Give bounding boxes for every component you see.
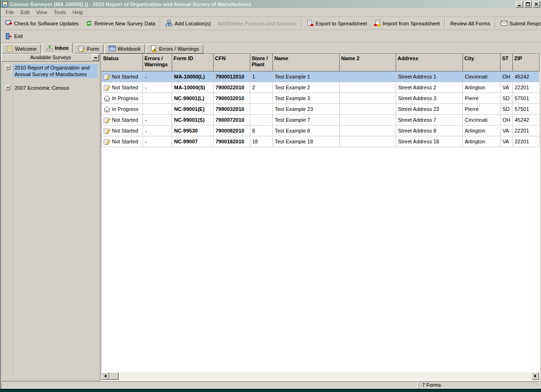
- column-header-address[interactable]: Address: [396, 55, 463, 71]
- cell-city: Pierre: [463, 104, 501, 115]
- survey-item-label[interactable]: 2007 Economic Census: [13, 84, 97, 92]
- toolbar-button-export-to-spreadsheet[interactable]: Export to Spreadsheet: [303, 18, 370, 29]
- cell-zip: 45242: [513, 71, 540, 82]
- exit-icon: [5, 33, 12, 40]
- table-header: StatusErrors / WarningsForm IDCFNStore /…: [102, 55, 540, 71]
- status-label: Not Started: [112, 139, 138, 144]
- tab-bar: WelcomeInboxFormWorkbookErrors / Warning…: [0, 42, 541, 54]
- menu-help[interactable]: Help: [69, 8, 87, 16]
- toolbar-button-label: Retrieve New Survey Data: [95, 21, 156, 26]
- cell-cfn: 7900012010: [214, 71, 250, 82]
- column-header-zip[interactable]: ZIP: [513, 55, 540, 71]
- toolbar-button-import-from-spreadsheet[interactable]: Import from Spreadsheet: [370, 18, 443, 29]
- exit-button[interactable]: Exit: [2, 31, 26, 42]
- menu-view[interactable]: View: [33, 8, 51, 16]
- column-header-cfn[interactable]: CFN: [214, 55, 250, 71]
- cell-zip: 57501: [513, 104, 540, 115]
- toolbar-button-review-all-forms[interactable]: Review All Forms: [447, 18, 493, 29]
- cell-name-2: [340, 93, 396, 104]
- forms-count: 7 Forms: [422, 382, 441, 388]
- window-title: Census Surveyor (MA-10000(L)) - 2010 Rep…: [10, 1, 515, 7]
- tab-welcome[interactable]: Welcome: [2, 44, 41, 54]
- cell-zip: 45242: [513, 115, 540, 125]
- status-cell: Not Started: [103, 127, 141, 134]
- surveys-panel-title: Available Surveys: [30, 55, 71, 60]
- cell-zip: 22201: [513, 125, 540, 136]
- cell-status: In Progress: [102, 104, 143, 115]
- close-button[interactable]: [533, 1, 540, 8]
- toolbar-button-label: Export to Spreadsheet: [316, 21, 367, 26]
- cell-status: Not Started: [102, 82, 143, 93]
- collapse-icon[interactable]: [5, 85, 10, 90]
- menu-file[interactable]: File: [2, 8, 17, 16]
- scrollbar-thumb[interactable]: [109, 372, 119, 380]
- cell-address: Street Address 1: [396, 71, 463, 82]
- table-row-7[interactable]: Not Started-NC-99007790018201018Test Exa…: [102, 136, 540, 147]
- panel-collapse-button[interactable]: [92, 55, 99, 61]
- column-header-st[interactable]: ST: [501, 55, 513, 71]
- tab-form[interactable]: Form: [74, 44, 103, 54]
- cell-store-plant: [250, 104, 273, 115]
- table-row-2[interactable]: Not Started-MA-10000(S)79000220102Test E…: [102, 82, 540, 93]
- scroll-left-icon: [103, 374, 106, 378]
- cell-errors-warnings: -: [143, 82, 172, 93]
- column-header-name[interactable]: Name: [273, 55, 340, 71]
- tab-label: Welcome: [15, 46, 37, 52]
- toolbar-button-add-location-s[interactable]: Add Location(s): [162, 18, 214, 29]
- column-header-city[interactable]: City: [463, 55, 501, 71]
- collapse-icon[interactable]: [5, 65, 10, 70]
- title-bar[interactable]: Census Surveyor (MA-10000(L)) - 2010 Rep…: [0, 0, 541, 8]
- cell-address: Street Address 18: [396, 136, 463, 147]
- scrollbar-track[interactable]: [119, 372, 532, 380]
- scroll-right-icon: [534, 374, 538, 378]
- forms-table: StatusErrors / WarningsForm IDCFNStore /…: [101, 54, 540, 147]
- status-panel-forms: 7 Forms: [419, 381, 540, 388]
- cell-address: Street Address 8: [396, 125, 463, 136]
- cell-city: Arlington: [463, 82, 501, 93]
- cell-status: Not Started: [102, 136, 143, 147]
- cell-name-2: [340, 82, 396, 93]
- surveys-sidebar: Available Surveys 2010 Report of Organiz…: [1, 54, 100, 381]
- toolbar-button-retrieve-new-survey-data[interactable]: Retrieve New Survey Data: [82, 18, 159, 29]
- table-row-6[interactable]: Not Started-NC-9953079000820108Test Exam…: [102, 125, 540, 136]
- minimize-button[interactable]: [516, 1, 523, 8]
- toolbar-separator: [301, 18, 302, 28]
- tab-errors-warnings[interactable]: Errors / Warnings: [146, 44, 203, 54]
- toolbar-button-check-for-software-updates[interactable]: Check for Software Updates: [2, 18, 82, 29]
- submit-responses-icon: [501, 20, 508, 27]
- workbook-icon: [109, 45, 116, 52]
- column-header-status[interactable]: Status: [102, 55, 143, 71]
- menu-tools[interactable]: Tools: [50, 8, 69, 16]
- column-header-errors-warnings[interactable]: Errors / Warnings: [143, 55, 172, 71]
- not-started-icon: [103, 73, 111, 80]
- minus-glyph: [7, 87, 9, 88]
- cell-address: Street Address 2: [396, 82, 463, 93]
- cell-name: Test Example 23: [273, 104, 340, 115]
- inbox-icon: [46, 45, 53, 52]
- toolbar-button-submit-responses[interactable]: Submit Responses: [497, 18, 541, 29]
- maximize-button[interactable]: [524, 1, 532, 8]
- horizontal-scrollbar[interactable]: [102, 372, 539, 380]
- column-header-form-id[interactable]: Form ID: [172, 55, 214, 71]
- status-cell: In Progress: [103, 95, 141, 102]
- column-header-name-2[interactable]: Name 2: [340, 55, 396, 71]
- table-row-3[interactable]: In ProgressNC-99001(L)7900032010Test Exa…: [102, 93, 540, 104]
- table-row-4[interactable]: In ProgressNC-99001(E)7990032010Test Exa…: [102, 104, 540, 115]
- cell-status: Not Started: [102, 125, 143, 136]
- scroll-left-button[interactable]: [102, 372, 109, 380]
- tab-inbox[interactable]: Inbox: [42, 43, 73, 54]
- cell-zip: 22201: [513, 82, 540, 93]
- table-row-1[interactable]: Not Started-MA-10000(L)79000120101Test E…: [102, 71, 540, 82]
- table-row-5[interactable]: Not Started-NC-99001(S)7900072010Test Ex…: [102, 115, 540, 125]
- panel-collapse-icon: [94, 57, 97, 58]
- cell-store-plant: 2: [250, 82, 273, 93]
- tab-workbook[interactable]: Workbook: [104, 44, 145, 54]
- menu-edit[interactable]: Edit: [17, 8, 33, 16]
- column-header-store-plant[interactable]: Store / Plant: [250, 55, 273, 71]
- tab-label: Form: [87, 46, 99, 52]
- minimize-icon: [518, 5, 521, 6]
- scroll-right-button[interactable]: [532, 372, 539, 380]
- survey-item-label[interactable]: 2010 Report of Organization and Annual S…: [13, 64, 97, 78]
- cell-form-id: NC-99001(S): [172, 115, 214, 125]
- software-updates-icon: [5, 20, 12, 27]
